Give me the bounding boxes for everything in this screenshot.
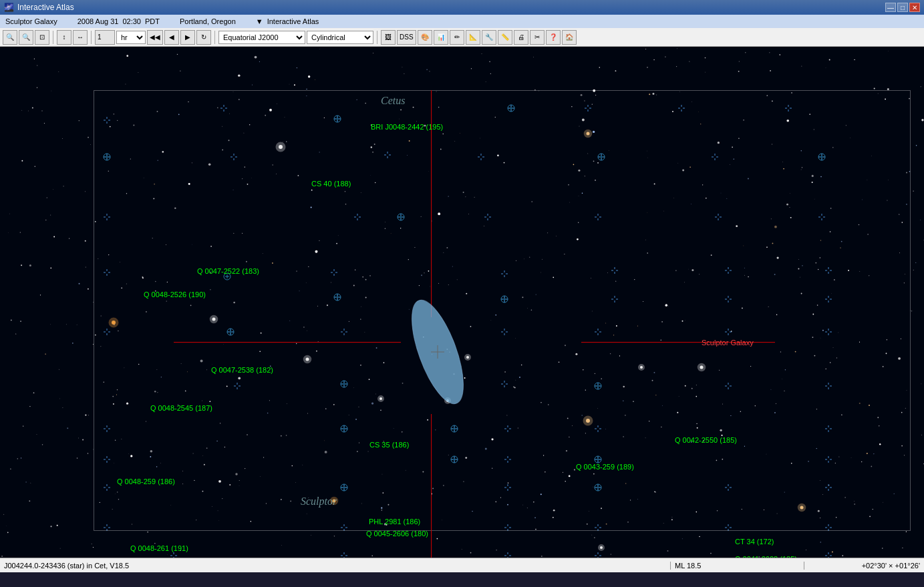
toggle-btn-7[interactable]: 🔧: [482, 30, 496, 45]
toolbar: 🔍 🔍 ⊡ ↕ ↔ hr min day ◀◀ ◀ ▶ ↻ Equatorial…: [0, 28, 924, 47]
toggle-btn-3[interactable]: 🎨: [418, 30, 432, 45]
object-name: Sculptor Galaxy: [5, 17, 57, 25]
minimize-button[interactable]: —: [885, 3, 896, 12]
timezone-display: PDT: [145, 17, 160, 25]
scissors-button[interactable]: ✂: [530, 30, 545, 45]
zoom-fit-button[interactable]: ⊡: [35, 30, 49, 45]
date-display: 2008 Aug 31: [78, 17, 119, 25]
coordinates-display: +02°30' × +01°26': [862, 562, 920, 570]
close-button[interactable]: ✕: [909, 3, 920, 12]
home-button[interactable]: 🏠: [562, 30, 577, 45]
separator-1: [53, 31, 53, 44]
maximize-button[interactable]: □: [897, 3, 908, 12]
app-title: Interactive Atlas: [17, 3, 74, 12]
magnitude-display: ML 18.5: [675, 562, 701, 570]
projection-select[interactable]: Cylindrical Stereographic Mercator: [307, 31, 373, 44]
toggle-btn-1[interactable]: 🖼: [381, 30, 396, 45]
status-object-info: J004244.0-243436 (star) in Cet, V18.5: [4, 562, 129, 570]
step-interval-input[interactable]: [95, 30, 115, 45]
status-mid: ML 18.5: [670, 562, 804, 570]
sky-canvas: [0, 47, 924, 558]
toggle-btn-4[interactable]: 📊: [434, 30, 448, 45]
help-button[interactable]: ❓: [546, 30, 561, 45]
orient-button[interactable]: ↕: [57, 30, 71, 45]
date-info: 2008 Aug 31 02:30 PDT: [78, 17, 160, 25]
step-unit-select[interactable]: hr min day: [116, 31, 146, 44]
step-back-1-button[interactable]: ◀: [164, 30, 179, 45]
print-button[interactable]: 🖨: [514, 30, 528, 45]
toggle-btn-5[interactable]: ✏: [450, 30, 464, 45]
refresh-button[interactable]: ↻: [196, 30, 211, 45]
toggle-btn-8[interactable]: 📏: [498, 30, 512, 45]
toggle-btn-2[interactable]: DSS: [397, 30, 416, 45]
object-info: Sculptor Galaxy: [5, 17, 57, 25]
infobar: Sculptor Galaxy 2008 Aug 31 02:30 PDT Po…: [0, 15, 924, 28]
status-right: +02°30' × +01°26': [804, 562, 924, 570]
step-back-button[interactable]: ◀◀: [147, 30, 163, 45]
statusbar: J004244.0-243436 (star) in Cet, V18.5 ML…: [0, 558, 924, 572]
zoom-in-button[interactable]: 🔍: [3, 30, 17, 45]
toggle-btn-6[interactable]: 📐: [466, 30, 480, 45]
separator-4: [377, 31, 377, 44]
app-icon: 🌌: [4, 3, 14, 12]
titlebar-left: 🌌 Interactive Atlas: [4, 3, 74, 12]
orient2-button[interactable]: ↔: [73, 30, 88, 45]
separator-3: [214, 31, 215, 44]
zoom-out-button[interactable]: 🔍: [19, 30, 33, 45]
app-name-display: Interactive Atlas: [267, 17, 319, 25]
separator-2: [91, 31, 92, 44]
titlebar: 🌌 Interactive Atlas — □ ✕: [0, 0, 924, 15]
location-display: Portland, Oregon: [180, 17, 236, 25]
time-display: 02:30: [122, 17, 141, 25]
titlebar-controls: — □ ✕: [885, 3, 920, 12]
step-fwd-1-button[interactable]: ▶: [180, 30, 195, 45]
status-left: J004244.0-243436 (star) in Cet, V18.5: [0, 562, 670, 570]
coord-system-select[interactable]: Equatorial J2000 Equatorial B1950 Galact…: [218, 31, 305, 44]
skyview[interactable]: Cetus Sculptor Sculptor Galaxy BRI J0048…: [0, 47, 924, 558]
app-info: ▼ Interactive Atlas: [256, 17, 319, 25]
location-info: Portland, Oregon: [180, 17, 236, 25]
